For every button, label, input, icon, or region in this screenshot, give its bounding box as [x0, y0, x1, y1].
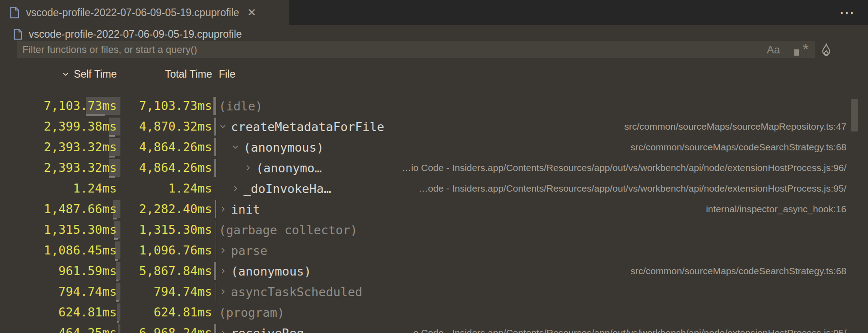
file-path-link[interactable]: …o Code - Insiders.app/Contents/Resource…	[395, 328, 846, 333]
table-header: Self Time Total Time File	[0, 65, 868, 83]
more-actions-icon[interactable]: ⋯	[839, 4, 855, 22]
total-time-value: 5,867.84ms	[0, 261, 212, 281]
table-row[interactable]: 1,487.66ms2,282.40msinitinternal/inspect…	[0, 199, 868, 219]
function-name: _doInvokeHa…	[244, 182, 331, 196]
total-time-gauge	[214, 262, 216, 280]
total-time-value: 794.74ms	[0, 281, 212, 302]
file-icon	[10, 7, 19, 18]
regex-toggle[interactable]: *	[793, 43, 809, 57]
total-time-value: 7,103.73ms	[0, 96, 212, 116]
file-cell: createMetadataForFilesrc/common/sourceMa…	[219, 116, 846, 137]
chevron-down-icon[interactable]	[219, 116, 231, 137]
file-path-link[interactable]: internal/inspector_async_hook:16	[697, 204, 846, 215]
total-time-value: 624.81ms	[0, 302, 212, 323]
file-cell: (program)	[219, 302, 846, 323]
function-name: (anonymous)	[231, 264, 311, 278]
file-cell: (idle)	[219, 96, 846, 116]
total-time-value: 2,282.40ms	[0, 199, 212, 219]
function-name: (anonymo…	[256, 161, 322, 175]
table-row[interactable]: 7,103.73ms7,103.73ms(idle)	[0, 96, 868, 116]
flame-chart-toggle-icon[interactable]	[819, 42, 834, 57]
file-cell: (anonymous)src/common/sourceMaps/codeSea…	[219, 137, 846, 158]
file-path-link[interactable]: …io Code - Insiders.app/Contents/Resourc…	[393, 162, 846, 173]
tab-bar: vscode-profile-2022-07-06-09-05-19.cpupr…	[0, 0, 868, 25]
function-name: (idle)	[219, 99, 263, 113]
function-name: asyncTaskScheduled	[231, 285, 363, 299]
regex-asterisk: *	[803, 40, 809, 58]
total-time-value: 6,968.24ms	[0, 323, 212, 333]
total-time-value: 1,315.30ms	[0, 219, 212, 240]
total-time-gauge	[213, 97, 216, 115]
table-row[interactable]: 624.81ms624.81ms(program)	[0, 302, 868, 323]
file-icon	[13, 29, 22, 40]
column-header-self-time[interactable]: Self Time	[0, 65, 117, 83]
table-row[interactable]: 2,393.32ms4,864.26ms(anonymo……io Code - …	[0, 158, 868, 178]
table-row[interactable]: 2,393.32ms4,864.26ms(anonymous)src/commo…	[0, 137, 868, 158]
file-cell: asyncTaskScheduled	[219, 281, 846, 302]
total-time-value: 1,096.76ms	[0, 240, 212, 261]
filter-bar: Aa *	[17, 41, 815, 58]
function-name: createMetadataForFile	[231, 120, 384, 134]
total-time-value: 1.24ms	[0, 178, 212, 199]
sort-desc-icon	[62, 70, 70, 78]
file-cell: receiveReq……o Code - Insiders.app/Conten…	[219, 323, 846, 333]
chevron-down-icon[interactable]	[231, 137, 244, 158]
file-cell: _doInvokeHa……ode - Insiders.app/Contents…	[219, 178, 846, 199]
filter-input[interactable]	[17, 41, 767, 58]
chevron-right-icon[interactable]	[219, 323, 231, 333]
table-row[interactable]: 2,399.38ms4,870.32mscreateMetadataForFil…	[0, 116, 868, 137]
column-header-file[interactable]: File	[219, 65, 235, 83]
chevron-right-icon[interactable]	[219, 281, 231, 302]
chevron-right-icon[interactable]	[231, 178, 244, 199]
tab-close-icon[interactable]: ✕	[247, 7, 256, 18]
chevron-right-icon[interactable]	[219, 261, 231, 281]
table-row[interactable]: 1.24ms1.24ms_doInvokeHa……ode - Insiders.…	[0, 178, 868, 199]
total-time-value: 4,870.32ms	[0, 116, 212, 137]
function-name: parse	[231, 244, 267, 258]
table-row[interactable]: 464.25ms6,968.24msreceiveReq……o Code - I…	[0, 323, 868, 333]
function-name: receiveReq…	[231, 326, 311, 333]
total-time-gauge	[214, 138, 216, 156]
total-time-gauge	[215, 200, 216, 218]
function-name: (anonymous)	[244, 140, 324, 154]
file-path-link[interactable]: src/common/sourceMaps/sourceMapRepositor…	[616, 121, 846, 132]
table-row[interactable]: 961.59ms5,867.84ms(anonymous)src/common/…	[0, 261, 868, 281]
file-cell: parse	[219, 240, 846, 261]
vertical-scrollbar-thumb[interactable]	[851, 99, 858, 131]
file-path-link[interactable]: src/common/sourceMaps/codeSearchStrategy…	[622, 142, 847, 153]
chevron-right-icon[interactable]	[219, 240, 231, 261]
chevron-right-icon[interactable]	[219, 199, 231, 219]
file-cell: (anonymo……io Code - Insiders.app/Content…	[219, 158, 846, 178]
total-time-gauge	[216, 283, 216, 301]
total-time-gauge	[214, 118, 216, 136]
table-row[interactable]: 1,086.45ms1,096.76msparse	[0, 240, 868, 261]
total-time-gauge	[214, 159, 216, 177]
tab-cpuprofile[interactable]: vscode-profile-2022-07-06-09-05-19.cpupr…	[0, 0, 289, 25]
file-cell: (anonymous)src/common/sourceMaps/codeSea…	[219, 261, 846, 281]
function-name: (program)	[219, 306, 284, 320]
regex-square	[794, 49, 799, 56]
total-time-gauge	[216, 241, 216, 259]
profile-viewer-window: vscode-profile-2022-07-06-09-05-19.cpupr…	[0, 0, 868, 333]
file-cell: (garbage collector)	[219, 219, 846, 240]
total-time-value: 4,864.26ms	[0, 158, 212, 178]
total-time-gauge	[216, 221, 216, 239]
self-time-label: Self Time	[74, 68, 117, 80]
tab-title: vscode-profile-2022-07-06-09-05-19.cpupr…	[26, 7, 239, 19]
function-name: init	[231, 202, 260, 216]
table-row[interactable]: 794.74ms794.74msasyncTaskScheduled	[0, 281, 868, 302]
file-cell: initinternal/inspector_async_hook:16	[219, 199, 846, 219]
total-time-value: 4,864.26ms	[0, 137, 212, 158]
table-row[interactable]: 1,315.30ms1,315.30ms(garbage collector)	[0, 219, 868, 240]
column-header-total-time[interactable]: Total Time	[121, 65, 212, 83]
total-time-gauge	[214, 324, 216, 333]
function-name: (garbage collector)	[219, 223, 358, 237]
breadcrumb-file-name: vscode-profile-2022-07-06-09-05-19.cpupr…	[29, 28, 242, 40]
chevron-right-icon[interactable]	[244, 158, 256, 178]
file-path-link[interactable]: …ode - Insiders.app/Contents/Resources/a…	[409, 183, 846, 194]
file-path-link[interactable]: src/common/sourceMaps/codeSearchStrategy…	[622, 266, 847, 276]
breadcrumb[interactable]: vscode-profile-2022-07-06-09-05-19.cpupr…	[13, 26, 242, 42]
match-case-toggle[interactable]: Aa	[767, 44, 780, 56]
